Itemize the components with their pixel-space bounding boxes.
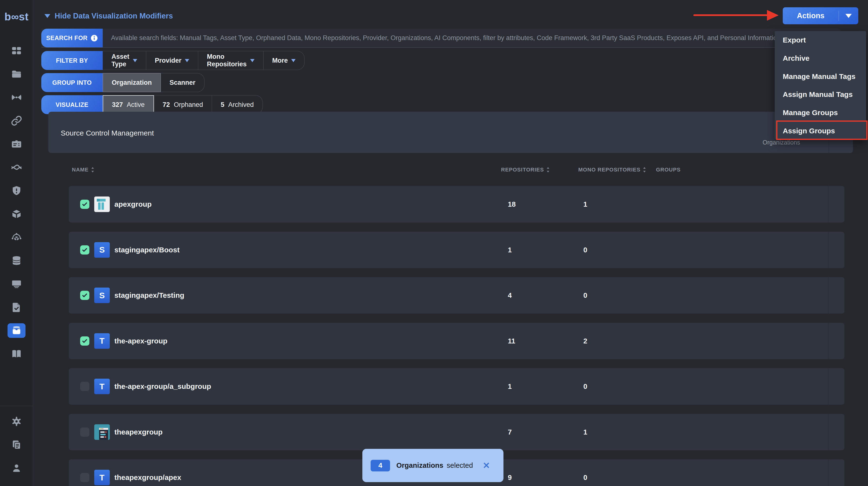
row-checkbox[interactable]: [80, 382, 89, 391]
filter-dropdowns: Asset TypeProviderMono RepositoriesMore: [103, 51, 305, 70]
repositories-count: 18: [508, 201, 516, 208]
sidebar-item-book[interactable]: [11, 348, 22, 360]
filter-by-pill: FILTER BY: [41, 51, 103, 70]
group-option-organization[interactable]: Organization: [103, 73, 161, 92]
sidebar: b∞st: [0, 0, 33, 486]
group-into-pill: GROUP INTO: [41, 73, 103, 92]
sidebar-item-pipeline[interactable]: [11, 92, 22, 103]
menu-item-export[interactable]: Export: [775, 31, 866, 49]
sidebar-item-folder[interactable]: [11, 68, 22, 80]
org-name[interactable]: stagingapex/Boost: [114, 246, 180, 254]
row-divider: [828, 414, 829, 450]
row-checkbox[interactable]: [80, 473, 89, 482]
row-checkbox[interactable]: [80, 291, 89, 300]
mono-repositories-count: 0: [583, 246, 587, 254]
group-option-label: Scanner: [169, 79, 195, 87]
apexgroup-logo: [94, 196, 110, 212]
filter-by-label: FILTER BY: [56, 57, 88, 64]
menu-item-assign-manual-tags[interactable]: Assign Manual Tags: [775, 86, 866, 104]
chevron-down-icon: [250, 59, 254, 62]
filter-dropdown-provider[interactable]: Provider: [146, 51, 198, 70]
row-checkbox[interactable]: [80, 427, 89, 437]
table-row: apexgroup181: [69, 186, 844, 222]
sidebar-item-id-card[interactable]: [11, 139, 22, 150]
hide-modifiers-label: Hide Data Visualization Modifiers: [55, 12, 173, 21]
menu-item-archive[interactable]: Archive: [775, 49, 866, 67]
actions-caret-button[interactable]: [839, 7, 858, 24]
folder-icon: [11, 68, 22, 80]
mono-repositories-count: 1: [583, 428, 587, 436]
assets-icon: [11, 325, 22, 336]
boost-logo: b∞st: [0, 11, 33, 23]
repositories-count: 1: [508, 246, 512, 254]
table-row: Sstagingapex/Testing40: [69, 277, 844, 313]
table-row: Sstagingapex/Boost10: [69, 232, 844, 268]
file-check-icon: [11, 302, 22, 313]
sidebar-item-package[interactable]: [11, 208, 22, 219]
column-header-mono-repositories[interactable]: MONO REPOSITORIES: [578, 166, 646, 173]
org-name[interactable]: the-apex-group/a_subgroup: [114, 382, 211, 391]
book-icon: [11, 348, 22, 360]
sidebar-item-deploy[interactable]: [11, 232, 22, 243]
visualize-option-orphaned[interactable]: 72Orphaned: [154, 95, 212, 114]
sidebar-item-shield-alert[interactable]: [11, 185, 22, 196]
row-checkbox[interactable]: [80, 200, 89, 209]
visualize-option-active[interactable]: 327Active: [103, 95, 154, 114]
column-header-repositories[interactable]: REPOSITORIES: [501, 166, 550, 173]
sidebar-item-database[interactable]: [11, 255, 22, 266]
source-control-panel: Source Control Management Organizations: [48, 112, 853, 153]
filter-dropdown-mono-repositories[interactable]: Mono Repositories: [198, 51, 264, 70]
sidebar-item-settings[interactable]: [11, 416, 22, 427]
copy-icon: [11, 439, 22, 450]
selection-toast: 4 Organizations selected ✕: [362, 449, 503, 482]
org-avatar: S: [94, 287, 110, 303]
sidebar-item-monitor[interactable]: [11, 278, 22, 290]
visualize-option-archived[interactable]: 5Archived: [212, 95, 263, 114]
column-header-name[interactable]: NAME: [72, 166, 94, 173]
sidebar-item-link[interactable]: [11, 115, 22, 126]
sidebar-item-trends[interactable]: [11, 162, 22, 173]
org-name[interactable]: theapexgroup: [114, 428, 162, 436]
table-row: theapexgroup71: [69, 414, 844, 450]
filter-dropdown-asset-type[interactable]: Asset Type: [103, 51, 146, 70]
group-option-scanner[interactable]: Scanner: [161, 73, 205, 92]
sidebar-nav-bottom: [0, 416, 33, 474]
sort-icon: [643, 167, 646, 173]
chevron-down-icon: [291, 59, 296, 62]
sidebar-item-file-check[interactable]: [11, 302, 22, 313]
org-name[interactable]: theapexgroup/apex: [114, 474, 181, 482]
org-avatar: T: [94, 333, 110, 349]
column-header-label: MONO REPOSITORIES: [578, 166, 641, 173]
column-header-label: NAME: [72, 166, 89, 173]
close-icon[interactable]: ✕: [483, 461, 490, 470]
actions-button[interactable]: Actions: [783, 7, 858, 24]
dashboard-icon: [11, 45, 22, 56]
menu-item-manage-groups[interactable]: Manage Groups: [775, 104, 866, 122]
sidebar-item-copy[interactable]: [11, 439, 22, 450]
row-checkbox[interactable]: [80, 245, 89, 254]
menu-item-manage-manual-tags[interactable]: Manage Manual Tags: [775, 67, 866, 86]
hide-modifiers-link[interactable]: Hide Data Visualization Modifiers: [44, 12, 173, 21]
org-name[interactable]: stagingapex/Testing: [114, 291, 184, 300]
chevron-down-icon: [185, 59, 189, 62]
sort-icon: [547, 167, 550, 173]
deploy-icon: [11, 232, 22, 243]
row-divider: [828, 459, 829, 486]
row-divider: [828, 232, 829, 268]
row-divider: [828, 323, 829, 359]
user-icon: [11, 462, 22, 474]
row-checkbox[interactable]: [80, 336, 89, 345]
monitor-icon: [11, 278, 22, 290]
trends-icon: [11, 162, 22, 173]
search-bar[interactable]: SEARCH FOR Available search fields: Manu…: [41, 29, 841, 48]
selection-suffix-label: selected: [446, 461, 473, 469]
org-avatar: S: [94, 242, 110, 258]
mono-repositories-count: 0: [583, 383, 587, 391]
org-name[interactable]: apexgroup: [114, 200, 152, 208]
sidebar-item-user[interactable]: [11, 462, 22, 474]
filter-dropdown-more[interactable]: More: [264, 51, 305, 70]
sidebar-item-assets[interactable]: [7, 323, 26, 338]
visualize-count: 72: [163, 101, 170, 109]
org-name[interactable]: the-apex-group: [114, 337, 167, 345]
sidebar-item-dashboard[interactable]: [11, 45, 22, 56]
